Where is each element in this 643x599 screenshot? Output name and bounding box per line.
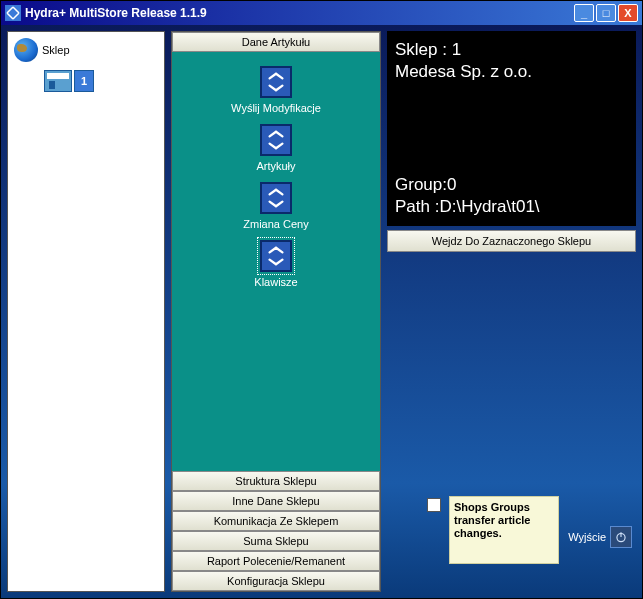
enter-store-button[interactable]: Wejdz Do Zaznaczonego Sklepu bbox=[387, 230, 636, 252]
btn-store-sum[interactable]: Suma Sklepu bbox=[172, 531, 380, 551]
btn-store-structure[interactable]: Struktura Sklepu bbox=[172, 471, 380, 491]
exit-label: Wyjście bbox=[568, 531, 606, 543]
action-label: Klawisze bbox=[254, 276, 297, 288]
app-window: Hydra+ MultiStore Release 1.1.9 _ □ X Sk… bbox=[0, 0, 643, 599]
bottom-button-stack: Struktura Sklepu Inne Dane Sklepu Komuni… bbox=[172, 471, 380, 591]
power-icon bbox=[614, 530, 628, 544]
btn-store-communication[interactable]: Komunikacja Ze Sklepem bbox=[172, 511, 380, 531]
action-articles[interactable]: Artykuły bbox=[256, 124, 295, 172]
maximize-button[interactable]: □ bbox=[596, 4, 616, 22]
tree-panel: Sklep 1 bbox=[7, 31, 165, 592]
info-path: Path :D:\Hydra\t01\ bbox=[395, 196, 628, 218]
transfer-checkbox[interactable] bbox=[427, 498, 441, 512]
action-send-modifications[interactable]: Wyślij Modyfikacje bbox=[231, 66, 321, 114]
info-store: Sklep : 1 bbox=[395, 39, 628, 61]
action-label: Artykuły bbox=[256, 160, 295, 172]
info-display: Sklep : 1 Medesa Sp. z o.o. Group:0 Path… bbox=[387, 31, 636, 226]
tree-child-item[interactable]: 1 bbox=[44, 70, 158, 92]
note-box: Shops Groups transfer article changes. bbox=[449, 496, 559, 564]
info-group: Group:0 bbox=[395, 174, 628, 196]
exit-area: Wyjście bbox=[568, 526, 632, 548]
info-company: Medesa Sp. z o.o. bbox=[395, 61, 628, 83]
actions-area: Wyślij Modyfikacje Artykuły Zmiana Ceny bbox=[172, 52, 380, 471]
sync-icon bbox=[260, 182, 292, 214]
action-label: Zmiana Ceny bbox=[243, 218, 308, 230]
exit-button[interactable] bbox=[610, 526, 632, 548]
btn-report-command[interactable]: Raport Polecenie/Remanent bbox=[172, 551, 380, 571]
btn-other-store-data[interactable]: Inne Dane Sklepu bbox=[172, 491, 380, 511]
titlebar: Hydra+ MultiStore Release 1.1.9 _ □ X bbox=[1, 1, 642, 25]
action-label: Wyślij Modyfikacje bbox=[231, 102, 321, 114]
tree-root-item[interactable]: Sklep bbox=[14, 38, 158, 62]
globe-icon bbox=[14, 38, 38, 62]
window-controls: _ □ X bbox=[574, 4, 638, 22]
btn-store-config[interactable]: Konfiguracja Sklepu bbox=[172, 571, 380, 591]
sync-icon bbox=[260, 66, 292, 98]
center-panel: Dane Artykułu Wyślij Modyfikacje Artykuł… bbox=[171, 31, 381, 592]
store-number: 1 bbox=[74, 70, 94, 92]
note-area: Shops Groups transfer article changes. bbox=[427, 496, 559, 564]
window-title: Hydra+ MultiStore Release 1.1.9 bbox=[25, 6, 574, 20]
app-icon bbox=[5, 5, 21, 21]
sync-icon bbox=[260, 124, 292, 156]
section-header: Dane Artykułu bbox=[172, 32, 380, 52]
window-body: Sklep 1 Dane Artykułu Wyślij Modyfikacje bbox=[1, 25, 642, 598]
sync-icon bbox=[260, 240, 292, 272]
minimize-button[interactable]: _ bbox=[574, 4, 594, 22]
action-keys[interactable]: Klawisze bbox=[254, 240, 297, 288]
close-button[interactable]: X bbox=[618, 4, 638, 22]
right-panel: Sklep : 1 Medesa Sp. z o.o. Group:0 Path… bbox=[387, 31, 636, 592]
tree-root-label: Sklep bbox=[42, 44, 70, 56]
store-icon bbox=[44, 70, 72, 92]
action-price-change[interactable]: Zmiana Ceny bbox=[243, 182, 308, 230]
